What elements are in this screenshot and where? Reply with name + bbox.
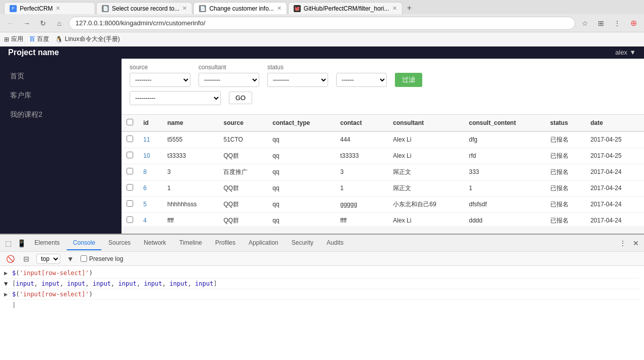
devtools-right-controls: ⋮ ✕ [617, 237, 642, 249]
tab-close-2[interactable]: ✕ [182, 5, 187, 12]
select-all-checkbox[interactable] [127, 119, 133, 125]
id-link[interactable]: 10 [143, 152, 150, 159]
forward-button[interactable]: → [20, 17, 33, 30]
consultant-label: consultant [198, 64, 259, 71]
console-text-2: [input, input, input, input, input, inpu… [12, 280, 640, 287]
source-select[interactable]: -------- [130, 73, 190, 87]
id-link[interactable]: 6 [143, 185, 147, 192]
new-tab-button[interactable]: + [404, 2, 416, 14]
row-checkbox[interactable] [127, 136, 133, 142]
devtools-more-button[interactable]: ⋮ [617, 237, 629, 249]
devtools-tab-security[interactable]: Security [286, 236, 319, 250]
cell-name: 3 [162, 164, 218, 180]
dropdown1[interactable]: ---------- [130, 91, 221, 105]
status-select[interactable]: -------- [267, 73, 328, 87]
cell-contact-type: qq [267, 212, 335, 226]
devtools-tab-profiles[interactable]: Profiles [209, 236, 242, 250]
tab-close-3[interactable]: ✕ [277, 5, 281, 12]
address-bar[interactable]: 127.0.0.1:8000/kingadmin/crm/customerinf… [69, 17, 575, 30]
devtools-tab-timeline[interactable]: Timeline [173, 236, 208, 250]
sidebar-item-customers-label: 客户库 [10, 91, 31, 99]
cell-name: hhhhhhsss [162, 196, 218, 212]
id-link[interactable]: 11 [143, 136, 150, 143]
id-link[interactable]: 8 [143, 168, 147, 175]
col-contact: contact [335, 115, 388, 131]
close-browser-button[interactable]: ⊕ [627, 17, 640, 30]
console-filter-button[interactable]: ⊟ [20, 253, 32, 265]
console-arrow-1[interactable]: ▶ [4, 269, 12, 277]
tab-change-customer[interactable]: 📄 Change customer info... ✕ [193, 2, 287, 14]
tabs-row: P PerfectCRM ✕ 📄 Select course record to… [0, 0, 644, 14]
preserve-log-text: Preserve log [89, 255, 123, 262]
consultant-select[interactable]: -------- [198, 73, 259, 87]
bookmark-baidu[interactable]: 百 百度 [29, 35, 49, 43]
console-context-selector[interactable]: top [36, 254, 60, 264]
go-button[interactable]: GO [229, 92, 252, 104]
preserve-log-label[interactable]: Preserve log [80, 255, 123, 262]
filter-area: source -------- consultant -------- [122, 59, 644, 115]
row-checkbox[interactable] [127, 184, 133, 191]
sidebar-item-customers[interactable]: 客户库 [0, 86, 122, 105]
row-checkbox-cell [122, 196, 138, 212]
table-row: 6 1 QQ群 qq 1 屌正文 1 已报名 2017-04-24 [122, 180, 644, 196]
cell-status: 已报名 [545, 180, 586, 196]
cell-contact-type: qq [267, 164, 335, 180]
cell-contact: 3 [335, 164, 388, 180]
cell-date: 2017-04-24 [585, 212, 644, 226]
devtools-tab-sources[interactable]: Sources [102, 236, 137, 250]
id-link[interactable]: 4 [143, 217, 147, 224]
cell-consult-content: rfd [464, 148, 545, 164]
bookmark-linux[interactable]: 🐧 Linux命令大全(手册) [55, 35, 120, 43]
tab-label-2: Select course record to... [112, 5, 179, 12]
tab-close-1[interactable]: ✕ [56, 5, 60, 12]
home-button[interactable]: ⌂ [53, 17, 66, 30]
devtools-tab-network[interactable]: Network [138, 236, 172, 250]
devtools-panel: ⬚ 📱 Elements Console Sources Network Tim… [0, 234, 644, 360]
filter-row-2: ---------- GO [130, 91, 636, 105]
id-link[interactable]: 5 [143, 201, 147, 208]
tab-github[interactable]: 🐙 GitHub/PerfectCRM/filter_hori... ✕ [288, 2, 402, 14]
extensions-button[interactable]: ⊞ [594, 17, 608, 30]
console-line-3: ▶ $('input[row-select]') [4, 289, 640, 300]
sidebar-item-courses-label: 我的课程2 [10, 110, 43, 118]
row-checkbox[interactable] [127, 152, 133, 158]
filter-button[interactable]: 过滤 [395, 73, 422, 87]
devtools-tab-application[interactable]: Application [243, 236, 285, 250]
settings-button[interactable]: ⋮ [611, 17, 624, 30]
console-clear-button[interactable]: 🚫 [4, 253, 16, 265]
data-table: id name source contact_type contact cons… [122, 115, 644, 226]
preserve-log-checkbox[interactable] [80, 255, 87, 262]
sidebar-item-courses[interactable]: 我的课程2 [0, 105, 122, 124]
row-checkbox[interactable] [127, 216, 133, 223]
devtools-device-button[interactable]: 📱 [15, 237, 27, 249]
tab-select-course[interactable]: 📄 Select course record to... ✕ [96, 2, 192, 14]
devtools-tab-audits[interactable]: Audits [320, 236, 349, 250]
col-date: date [585, 115, 644, 131]
extra-select[interactable]: ------ [336, 73, 387, 87]
back-button[interactable]: ← [4, 17, 17, 30]
devtools-inspect-button[interactable]: ⬚ [2, 237, 14, 249]
devtools-tab-elements[interactable]: Elements [28, 236, 66, 250]
row-checkbox[interactable] [127, 200, 133, 207]
console-expand-arrow[interactable]: ▼ [4, 280, 12, 287]
user-menu[interactable]: alex ▼ [615, 49, 636, 56]
console-cursor[interactable]: | [12, 301, 16, 308]
devtools-tab-console[interactable]: Console [67, 236, 101, 250]
console-arrow-3[interactable]: ▶ [4, 291, 12, 298]
sidebar-item-home[interactable]: 首页 [0, 67, 122, 86]
cell-source: 51CTO [218, 131, 267, 148]
col-status: status [545, 115, 586, 131]
bookmark-apps[interactable]: ⊞ 应用 [4, 35, 23, 43]
bookmark-button[interactable]: ☆ [578, 17, 591, 30]
app-logo: Project name [8, 48, 59, 57]
devtools-close-button[interactable]: ✕ [630, 237, 642, 249]
reload-button[interactable]: ↻ [36, 17, 50, 30]
console-text-1: $('input[row-select]') [12, 269, 640, 277]
row-checkbox[interactable] [127, 168, 133, 174]
cell-contact-type: qq [267, 131, 335, 148]
tab-perfectcrm[interactable]: P PerfectCRM ✕ [4, 2, 95, 14]
tab-close-4[interactable]: ✕ [392, 5, 397, 12]
table-body: 11 t5555 51CTO qq 444 Alex Li dfg 已报名 20… [122, 131, 644, 226]
console-context-dropdown[interactable]: ▼ [64, 253, 76, 265]
tab-favicon-2: 📄 [102, 5, 109, 12]
